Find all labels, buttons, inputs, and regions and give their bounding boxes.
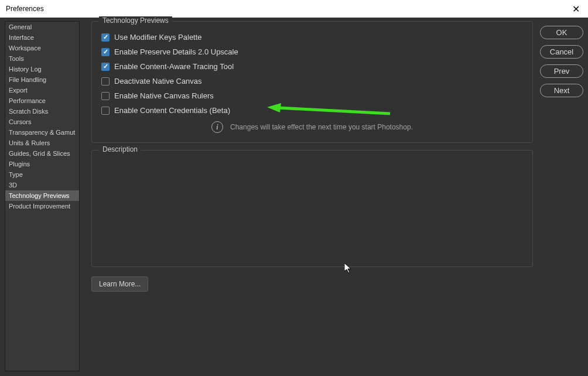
- sidebar-item-scratch-disks[interactable]: Scratch Disks: [5, 106, 79, 117]
- checkbox-content-credentials[interactable]: [101, 107, 110, 115]
- option-label: Enable Preserve Details 2.0 Upscale: [114, 47, 238, 56]
- checkbox-modifier-keys[interactable]: [101, 33, 110, 42]
- description-title: Description: [99, 145, 141, 153]
- checkbox-preserve-details[interactable]: [101, 48, 110, 56]
- sidebar: General Interface Workspace Tools Histor…: [5, 21, 80, 371]
- close-icon[interactable]: ✕: [570, 4, 582, 15]
- notice-row: i Changes will take effect the next time…: [101, 121, 523, 133]
- sidebar-item-type[interactable]: Type: [5, 169, 79, 180]
- cancel-button[interactable]: Cancel: [540, 45, 583, 59]
- option-modifier-keys: Use Modifier Keys Palette: [101, 30, 523, 45]
- next-button[interactable]: Next: [540, 84, 583, 97]
- group-title: Technology Previews: [99, 16, 172, 25]
- option-label: Enable Content-Aware Tracing Tool: [114, 62, 234, 71]
- dialog-buttons: OK Cancel Prev Next: [540, 21, 583, 371]
- prev-button[interactable]: Prev: [540, 64, 583, 78]
- option-content-credentials: Enable Content Credentials (Beta): [101, 103, 523, 118]
- checkbox-native-canvas-rulers[interactable]: [101, 92, 110, 100]
- sidebar-item-3d[interactable]: 3D: [5, 180, 79, 190]
- sidebar-item-workspace[interactable]: Workspace: [5, 43, 79, 53]
- sidebar-item-product-improvement[interactable]: Product Improvement: [5, 201, 79, 211]
- checkbox-deactivate-native-canvas[interactable]: [101, 77, 110, 86]
- sidebar-item-transparency-gamut[interactable]: Transparency & Gamut: [5, 127, 79, 138]
- sidebar-item-general[interactable]: General: [5, 22, 79, 32]
- window-title: Preferences: [6, 5, 44, 13]
- sidebar-item-file-handling[interactable]: File Handling: [5, 74, 79, 85]
- info-icon: i: [211, 121, 223, 133]
- option-native-canvas-rulers: Enable Native Canvas Rulers: [101, 88, 523, 103]
- sidebar-item-tools[interactable]: Tools: [5, 53, 79, 64]
- description-group: Description: [91, 150, 533, 267]
- titlebar: Preferences ✕: [0, 0, 588, 18]
- sidebar-item-export[interactable]: Export: [5, 85, 79, 95]
- sidebar-item-history-log[interactable]: History Log: [5, 64, 79, 74]
- checkbox-content-aware-tracing[interactable]: [101, 63, 110, 71]
- ok-button[interactable]: OK: [540, 26, 583, 39]
- technology-previews-group: Technology Previews Use Modifier Keys Pa…: [91, 21, 533, 143]
- option-preserve-details: Enable Preserve Details 2.0 Upscale: [101, 45, 523, 59]
- content-panel: Technology Previews Use Modifier Keys Pa…: [80, 21, 540, 371]
- main-area: General Interface Workspace Tools Histor…: [0, 18, 588, 376]
- sidebar-item-units-rulers[interactable]: Units & Rulers: [5, 138, 79, 148]
- option-content-aware-tracing: Enable Content-Aware Tracing Tool: [101, 59, 523, 74]
- option-label: Use Modifier Keys Palette: [114, 33, 202, 42]
- sidebar-item-performance[interactable]: Performance: [5, 95, 79, 106]
- learn-more-button[interactable]: Learn More...: [91, 276, 148, 292]
- option-label: Enable Native Canvas Rulers: [114, 91, 214, 100]
- sidebar-item-technology-previews[interactable]: Technology Previews: [5, 190, 79, 201]
- option-deactivate-native-canvas: Deactivate Native Canvas: [101, 74, 523, 88]
- option-label: Enable Content Credentials (Beta): [114, 106, 230, 115]
- sidebar-item-interface[interactable]: Interface: [5, 32, 79, 43]
- sidebar-item-plugins[interactable]: Plugins: [5, 159, 79, 169]
- option-label: Deactivate Native Canvas: [114, 77, 202, 86]
- sidebar-item-guides-grid-slices[interactable]: Guides, Grid & Slices: [5, 148, 79, 159]
- notice-text: Changes will take effect the next time y…: [230, 123, 413, 131]
- sidebar-item-cursors[interactable]: Cursors: [5, 117, 79, 127]
